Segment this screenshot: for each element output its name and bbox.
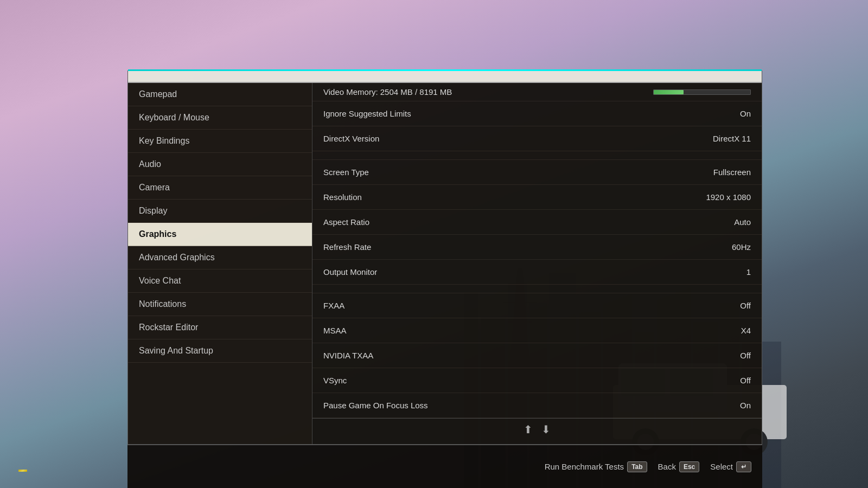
setting-label-aspect-ratio: Aspect Ratio bbox=[323, 217, 369, 227]
menu-sidebar: GamepadKeyboard / MouseKey BindingsAudio… bbox=[128, 83, 312, 444]
menu-item-notifications[interactable]: Notifications bbox=[128, 293, 312, 316]
setting-value-directx-version: DirectX 11 bbox=[713, 134, 751, 143]
scroll-down-icon[interactable]: ⬇ bbox=[537, 423, 555, 436]
bottom-toolbar: Run Benchmark Tests Tab Back Esc Select … bbox=[127, 445, 762, 488]
toolbar-action-benchmark[interactable]: Run Benchmark Tests Tab bbox=[545, 461, 647, 472]
setting-row-msaa[interactable]: MSAA X4 bbox=[312, 318, 762, 343]
setting-row-fxaa[interactable]: FXAA Off bbox=[312, 293, 762, 318]
menu-item-voice-chat[interactable]: Voice Chat bbox=[128, 269, 312, 293]
setting-label-ignore-suggested-limits: Ignore Suggested Limits bbox=[323, 109, 411, 118]
setting-label-nvidia-txaa: NVIDIA TXAA bbox=[323, 351, 373, 360]
setting-row-aspect-ratio[interactable]: Aspect Ratio Auto bbox=[312, 210, 762, 235]
menu-item-audio[interactable]: Audio bbox=[128, 153, 312, 176]
setting-spacer-spacer2 bbox=[312, 285, 762, 293]
setting-spacer-spacer1 bbox=[312, 151, 762, 160]
toolbar-label-benchmark: Run Benchmark Tests bbox=[545, 462, 624, 471]
key-badge-benchmark: Tab bbox=[627, 461, 647, 472]
menu-item-key-bindings[interactable]: Key Bindings bbox=[128, 130, 312, 153]
setting-label-pause-game: Pause Game On Focus Loss bbox=[323, 401, 428, 410]
menu-item-keyboard-mouse[interactable]: Keyboard / Mouse bbox=[128, 106, 312, 130]
key-badge-back: Esc bbox=[679, 461, 699, 472]
key-badge-select: ↵ bbox=[736, 461, 751, 472]
setting-label-fxaa: FXAA bbox=[323, 301, 344, 310]
menu-item-camera[interactable]: Camera bbox=[128, 176, 312, 200]
menu-item-saving-startup[interactable]: Saving And Startup bbox=[128, 339, 312, 363]
settings-title bbox=[128, 71, 762, 83]
setting-row-directx-version[interactable]: DirectX Version DirectX 11 bbox=[312, 126, 762, 151]
vram-bar-fill bbox=[654, 90, 684, 94]
settings-body: GamepadKeyboard / MouseKey BindingsAudio… bbox=[128, 83, 762, 444]
setting-row-ignore-suggested-limits[interactable]: Ignore Suggested Limits On bbox=[312, 101, 762, 126]
toolbar-action-select[interactable]: Select ↵ bbox=[710, 461, 751, 472]
setting-row-screen-type[interactable]: Screen Type Fullscreen bbox=[312, 160, 762, 185]
setting-label-resolution: Resolution bbox=[323, 192, 362, 202]
setting-value-pause-game: On bbox=[740, 401, 751, 410]
setting-label-vsync: VSync bbox=[323, 376, 347, 385]
setting-value-ignore-suggested-limits: On bbox=[740, 109, 751, 118]
setting-value-vsync: Off bbox=[740, 376, 751, 385]
setting-label-msaa: MSAA bbox=[323, 326, 347, 335]
setting-value-screen-type: Fullscreen bbox=[713, 168, 751, 177]
setting-row-nvidia-txaa[interactable]: NVIDIA TXAA Off bbox=[312, 343, 762, 368]
setting-row-refresh-rate[interactable]: Refresh Rate 60Hz bbox=[312, 235, 762, 260]
setting-label-screen-type: Screen Type bbox=[323, 168, 369, 177]
gta-logo bbox=[16, 470, 27, 472]
setting-value-output-monitor: 1 bbox=[746, 267, 751, 277]
menu-item-rockstar-editor[interactable]: Rockstar Editor bbox=[128, 316, 312, 339]
setting-row-output-monitor[interactable]: Output Monitor 1 bbox=[312, 260, 762, 285]
vram-bar bbox=[653, 89, 751, 95]
setting-value-nvidia-txaa: Off bbox=[740, 351, 751, 360]
setting-value-resolution: 1920 x 1080 bbox=[706, 192, 751, 202]
vram-row: Video Memory: 2504 MB / 8191 MB bbox=[312, 83, 762, 101]
setting-label-output-monitor: Output Monitor bbox=[323, 267, 377, 277]
setting-row-pause-game[interactable]: Pause Game On Focus Loss On bbox=[312, 393, 762, 418]
setting-value-fxaa: Off bbox=[740, 301, 751, 310]
toolbar-label-select: Select bbox=[710, 462, 733, 471]
scroll-up-icon[interactable]: ⬆ bbox=[519, 423, 537, 436]
menu-item-display[interactable]: Display bbox=[128, 200, 312, 223]
gta-v-badge bbox=[18, 470, 27, 472]
toolbar-label-back: Back bbox=[658, 462, 676, 471]
setting-row-vsync[interactable]: VSync Off bbox=[312, 368, 762, 393]
menu-item-advanced-graphics[interactable]: Advanced Graphics bbox=[128, 246, 312, 269]
settings-panel: GamepadKeyboard / MouseKey BindingsAudio… bbox=[127, 70, 762, 445]
scroll-arrows: ⬆⬇ bbox=[312, 418, 762, 440]
setting-row-resolution[interactable]: Resolution 1920 x 1080 bbox=[312, 185, 762, 210]
setting-label-refresh-rate: Refresh Rate bbox=[323, 242, 371, 252]
setting-value-msaa: X4 bbox=[741, 326, 751, 335]
setting-label-directx-version: DirectX Version bbox=[323, 134, 379, 143]
content-area: Video Memory: 2504 MB / 8191 MB Ignore S… bbox=[312, 83, 762, 444]
vram-label: Video Memory: 2504 MB / 8191 MB bbox=[323, 87, 452, 97]
toolbar-action-back[interactable]: Back Esc bbox=[658, 461, 700, 472]
menu-item-graphics[interactable]: Graphics bbox=[128, 223, 312, 246]
menu-item-gamepad[interactable]: Gamepad bbox=[128, 83, 312, 106]
setting-value-refresh-rate: 60Hz bbox=[732, 242, 751, 252]
setting-value-aspect-ratio: Auto bbox=[734, 217, 751, 227]
